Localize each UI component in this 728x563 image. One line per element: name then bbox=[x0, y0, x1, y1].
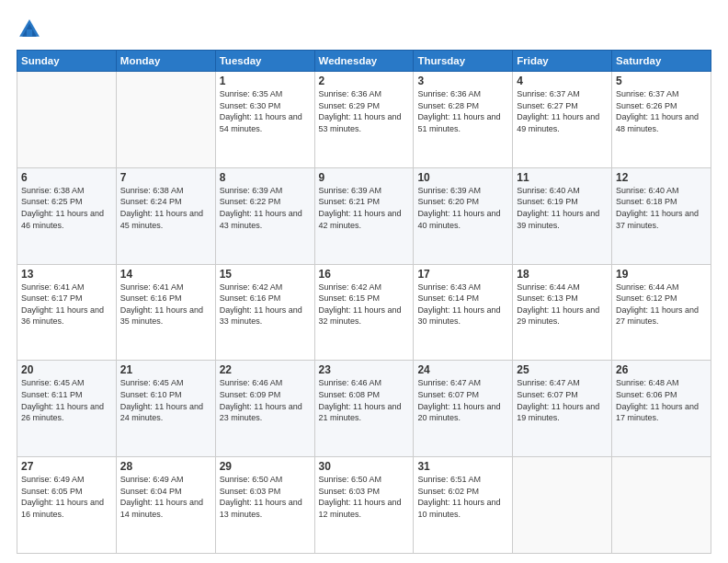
day-number: 16 bbox=[319, 268, 410, 281]
cell-info: Sunrise: 6:40 AM Sunset: 6:19 PM Dayligh… bbox=[517, 185, 608, 231]
day-number: 22 bbox=[220, 363, 311, 376]
cell-info: Sunrise: 6:47 AM Sunset: 6:07 PM Dayligh… bbox=[417, 377, 508, 423]
cell-info: Sunrise: 6:37 AM Sunset: 6:27 PM Dayligh… bbox=[517, 88, 608, 134]
day-number: 17 bbox=[417, 268, 508, 281]
day-number: 18 bbox=[517, 268, 608, 281]
cell-info: Sunrise: 6:35 AM Sunset: 6:30 PM Dayligh… bbox=[220, 88, 311, 134]
cell-info: Sunrise: 6:46 AM Sunset: 6:08 PM Dayligh… bbox=[319, 377, 410, 423]
calendar-cell bbox=[513, 457, 612, 554]
cell-info: Sunrise: 6:46 AM Sunset: 6:09 PM Dayligh… bbox=[220, 377, 311, 423]
svg-rect-2 bbox=[27, 29, 32, 37]
day-number: 3 bbox=[417, 75, 508, 87]
calendar-cell: 19Sunrise: 6:44 AM Sunset: 6:12 PM Dayli… bbox=[612, 264, 711, 361]
day-number: 8 bbox=[220, 171, 311, 184]
cell-info: Sunrise: 6:38 AM Sunset: 6:24 PM Dayligh… bbox=[120, 185, 211, 231]
calendar-cell: 29Sunrise: 6:50 AM Sunset: 6:03 PM Dayli… bbox=[215, 457, 314, 554]
day-number: 24 bbox=[417, 363, 508, 376]
cell-info: Sunrise: 6:36 AM Sunset: 6:29 PM Dayligh… bbox=[319, 88, 410, 134]
cell-info: Sunrise: 6:39 AM Sunset: 6:22 PM Dayligh… bbox=[220, 185, 311, 231]
calendar-cell bbox=[116, 72, 215, 168]
calendar-week-0: 1Sunrise: 6:35 AM Sunset: 6:30 PM Daylig… bbox=[17, 72, 711, 168]
calendar-cell: 24Sunrise: 6:47 AM Sunset: 6:07 PM Dayli… bbox=[414, 361, 513, 457]
cell-info: Sunrise: 6:39 AM Sunset: 6:21 PM Dayligh… bbox=[319, 185, 410, 231]
cell-info: Sunrise: 6:39 AM Sunset: 6:20 PM Dayligh… bbox=[417, 185, 508, 231]
cell-info: Sunrise: 6:40 AM Sunset: 6:18 PM Dayligh… bbox=[616, 185, 707, 231]
day-number: 13 bbox=[21, 268, 112, 281]
cell-info: Sunrise: 6:44 AM Sunset: 6:12 PM Dayligh… bbox=[616, 282, 707, 327]
day-of-week-thursday: Thursday bbox=[414, 51, 513, 72]
day-number: 11 bbox=[517, 171, 608, 184]
logo bbox=[17, 17, 46, 42]
day-number: 4 bbox=[517, 75, 608, 87]
day-number: 6 bbox=[21, 171, 112, 184]
day-number: 2 bbox=[319, 75, 410, 87]
calendar-cell: 7Sunrise: 6:38 AM Sunset: 6:24 PM Daylig… bbox=[116, 167, 215, 264]
day-number: 30 bbox=[319, 460, 410, 473]
day-number: 29 bbox=[220, 460, 311, 473]
calendar-cell: 27Sunrise: 6:49 AM Sunset: 6:05 PM Dayli… bbox=[17, 457, 117, 554]
day-number: 19 bbox=[616, 268, 707, 281]
calendar-cell: 2Sunrise: 6:36 AM Sunset: 6:29 PM Daylig… bbox=[314, 72, 414, 168]
calendar-week-3: 20Sunrise: 6:45 AM Sunset: 6:11 PM Dayli… bbox=[17, 361, 711, 457]
cell-info: Sunrise: 6:50 AM Sunset: 6:03 PM Dayligh… bbox=[319, 474, 410, 520]
calendar-cell: 31Sunrise: 6:51 AM Sunset: 6:02 PM Dayli… bbox=[414, 457, 513, 554]
calendar-cell: 12Sunrise: 6:40 AM Sunset: 6:18 PM Dayli… bbox=[612, 167, 711, 264]
calendar-cell: 13Sunrise: 6:41 AM Sunset: 6:17 PM Dayli… bbox=[17, 264, 117, 361]
day-of-week-friday: Friday bbox=[513, 51, 612, 72]
day-number: 14 bbox=[120, 268, 211, 281]
calendar-week-1: 6Sunrise: 6:38 AM Sunset: 6:25 PM Daylig… bbox=[17, 167, 711, 264]
calendar-cell: 16Sunrise: 6:42 AM Sunset: 6:15 PM Dayli… bbox=[314, 264, 414, 361]
calendar-cell: 11Sunrise: 6:40 AM Sunset: 6:19 PM Dayli… bbox=[513, 167, 612, 264]
calendar-cell: 26Sunrise: 6:48 AM Sunset: 6:06 PM Dayli… bbox=[612, 361, 711, 457]
cell-info: Sunrise: 6:48 AM Sunset: 6:06 PM Dayligh… bbox=[616, 377, 707, 423]
day-of-week-monday: Monday bbox=[116, 51, 215, 72]
calendar-cell: 17Sunrise: 6:43 AM Sunset: 6:14 PM Dayli… bbox=[414, 264, 513, 361]
day-of-week-tuesday: Tuesday bbox=[215, 51, 314, 72]
calendar-cell: 23Sunrise: 6:46 AM Sunset: 6:08 PM Dayli… bbox=[314, 361, 414, 457]
day-number: 15 bbox=[220, 268, 311, 281]
calendar-cell: 6Sunrise: 6:38 AM Sunset: 6:25 PM Daylig… bbox=[17, 167, 117, 264]
calendar-cell: 20Sunrise: 6:45 AM Sunset: 6:11 PM Dayli… bbox=[17, 361, 117, 457]
calendar-cell: 22Sunrise: 6:46 AM Sunset: 6:09 PM Dayli… bbox=[215, 361, 314, 457]
cell-info: Sunrise: 6:44 AM Sunset: 6:13 PM Dayligh… bbox=[517, 282, 608, 327]
calendar-table: SundayMondayTuesdayWednesdayThursdayFrid… bbox=[17, 50, 711, 554]
cell-info: Sunrise: 6:38 AM Sunset: 6:25 PM Dayligh… bbox=[21, 185, 112, 231]
calendar-cell bbox=[612, 457, 711, 554]
day-number: 27 bbox=[21, 460, 112, 473]
calendar-cell bbox=[17, 72, 117, 168]
calendar-cell: 14Sunrise: 6:41 AM Sunset: 6:16 PM Dayli… bbox=[116, 264, 215, 361]
calendar-cell: 30Sunrise: 6:50 AM Sunset: 6:03 PM Dayli… bbox=[314, 457, 414, 554]
calendar-cell: 18Sunrise: 6:44 AM Sunset: 6:13 PM Dayli… bbox=[513, 264, 612, 361]
day-number: 10 bbox=[417, 171, 508, 184]
cell-info: Sunrise: 6:42 AM Sunset: 6:16 PM Dayligh… bbox=[220, 282, 311, 327]
calendar-header-row: SundayMondayTuesdayWednesdayThursdayFrid… bbox=[17, 51, 711, 72]
calendar-cell: 28Sunrise: 6:49 AM Sunset: 6:04 PM Dayli… bbox=[116, 457, 215, 554]
page: SundayMondayTuesdayWednesdayThursdayFrid… bbox=[0, 0, 728, 563]
calendar-week-2: 13Sunrise: 6:41 AM Sunset: 6:17 PM Dayli… bbox=[17, 264, 711, 361]
cell-info: Sunrise: 6:45 AM Sunset: 6:11 PM Dayligh… bbox=[21, 377, 112, 423]
calendar-cell: 1Sunrise: 6:35 AM Sunset: 6:30 PM Daylig… bbox=[215, 72, 314, 168]
day-number: 23 bbox=[319, 363, 410, 376]
cell-info: Sunrise: 6:50 AM Sunset: 6:03 PM Dayligh… bbox=[220, 474, 311, 520]
day-number: 20 bbox=[21, 363, 112, 376]
day-of-week-sunday: Sunday bbox=[17, 51, 117, 72]
cell-info: Sunrise: 6:42 AM Sunset: 6:15 PM Dayligh… bbox=[319, 282, 410, 327]
logo-icon bbox=[17, 17, 42, 42]
cell-info: Sunrise: 6:36 AM Sunset: 6:28 PM Dayligh… bbox=[417, 88, 508, 134]
calendar-cell: 5Sunrise: 6:37 AM Sunset: 6:26 PM Daylig… bbox=[612, 72, 711, 168]
calendar-cell: 4Sunrise: 6:37 AM Sunset: 6:27 PM Daylig… bbox=[513, 72, 612, 168]
cell-info: Sunrise: 6:37 AM Sunset: 6:26 PM Dayligh… bbox=[616, 88, 707, 134]
day-number: 7 bbox=[120, 171, 211, 184]
day-number: 12 bbox=[616, 171, 707, 184]
cell-info: Sunrise: 6:43 AM Sunset: 6:14 PM Dayligh… bbox=[417, 282, 508, 327]
cell-info: Sunrise: 6:49 AM Sunset: 6:04 PM Dayligh… bbox=[120, 474, 211, 520]
day-number: 25 bbox=[517, 363, 608, 376]
day-number: 28 bbox=[120, 460, 211, 473]
calendar-cell: 21Sunrise: 6:45 AM Sunset: 6:10 PM Dayli… bbox=[116, 361, 215, 457]
calendar-cell: 9Sunrise: 6:39 AM Sunset: 6:21 PM Daylig… bbox=[314, 167, 414, 264]
day-number: 5 bbox=[616, 75, 707, 87]
cell-info: Sunrise: 6:41 AM Sunset: 6:17 PM Dayligh… bbox=[21, 282, 112, 327]
calendar-cell: 15Sunrise: 6:42 AM Sunset: 6:16 PM Dayli… bbox=[215, 264, 314, 361]
day-number: 21 bbox=[120, 363, 211, 376]
cell-info: Sunrise: 6:49 AM Sunset: 6:05 PM Dayligh… bbox=[21, 474, 112, 520]
